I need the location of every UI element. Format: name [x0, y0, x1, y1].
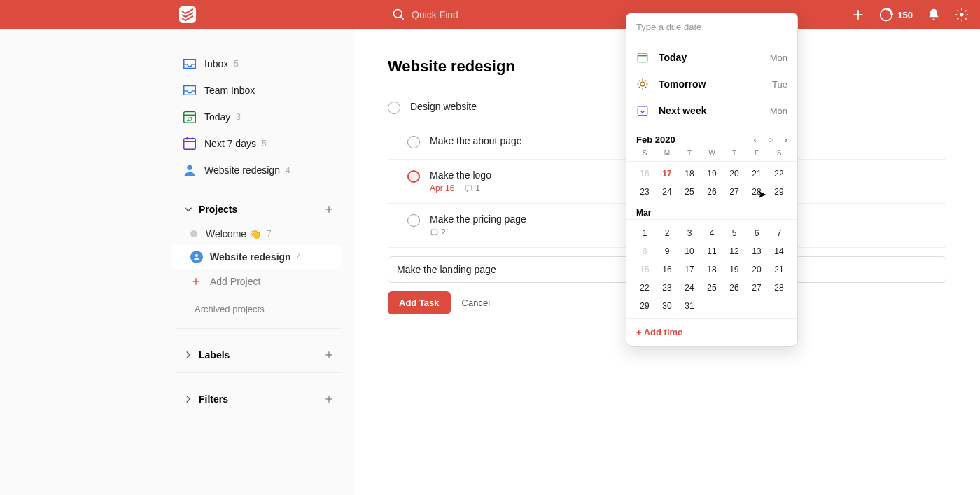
shortcut-tomorrow[interactable]: Tomorrow Tue	[626, 71, 797, 97]
calendar-day[interactable]: 28	[768, 279, 790, 297]
calendar-day[interactable]: 30	[656, 297, 678, 315]
svg-point-17	[195, 254, 198, 257]
today-icon: 17	[182, 109, 197, 125]
calendar-day[interactable]: 5	[723, 224, 746, 242]
calendar-day[interactable]: 11	[701, 242, 723, 260]
sidebar-item-team-inbox[interactable]: Team Inbox	[171, 77, 342, 104]
calendar-day[interactable]: 4	[701, 224, 723, 242]
calendar-day[interactable]: 16	[634, 165, 656, 183]
plus-icon	[190, 276, 202, 287]
search-input[interactable]: Quick Find	[392, 8, 458, 22]
karma-score[interactable]: 150	[879, 8, 913, 22]
calendar-day[interactable]: 21	[768, 260, 790, 279]
projects-header[interactable]: Projects	[171, 196, 354, 223]
archived-projects-link[interactable]: Archived projects	[171, 294, 354, 324]
calendar-day	[746, 297, 768, 315]
add-project-button[interactable]: Add Project	[171, 269, 354, 294]
calendar-day[interactable]: 20	[723, 165, 746, 183]
calendar-day[interactable]: 22	[634, 279, 656, 297]
sidebar-item-inbox[interactable]: Inbox 5	[171, 50, 342, 77]
calendar-day[interactable]: 31	[678, 297, 701, 315]
calendar-day[interactable]: 21	[746, 165, 768, 183]
calendar-day[interactable]: 19	[723, 260, 746, 279]
calendar-day[interactable]: 20	[746, 260, 768, 279]
project-dot	[190, 230, 197, 237]
svg-point-26	[640, 82, 645, 86]
calendar-day[interactable]: 27	[746, 279, 768, 297]
today-nav-button[interactable]: ○	[768, 134, 774, 145]
calendar-day[interactable]: 12	[723, 242, 746, 260]
calendar-day[interactable]: 14	[768, 242, 790, 260]
calendar-day[interactable]: 29	[634, 297, 656, 315]
add-time-button[interactable]: + Add time	[626, 318, 797, 346]
weekday-label: S	[634, 149, 656, 157]
labels-header[interactable]: Labels	[171, 342, 354, 368]
task-checkbox[interactable]	[407, 170, 420, 183]
calendar-day[interactable]: 15	[634, 260, 656, 279]
app-logo[interactable]	[179, 6, 196, 23]
shortcut-today[interactable]: Today Mon	[626, 44, 797, 71]
calendar-day[interactable]: 17	[678, 260, 701, 279]
calendar-day[interactable]: 3	[678, 224, 701, 242]
calendar-day[interactable]: 23	[656, 279, 678, 297]
shortcut-next-week[interactable]: Next week Mon	[626, 97, 797, 124]
calendar-day[interactable]: 6	[746, 224, 768, 242]
svg-line-32	[645, 87, 647, 88]
calendar-day[interactable]: 18	[678, 165, 701, 183]
calendar-day[interactable]: 16	[656, 260, 678, 279]
calendar-day[interactable]: 2	[656, 224, 678, 242]
add-task-button[interactable]: Add Task	[388, 291, 451, 314]
calendar-day[interactable]: 22	[768, 165, 790, 183]
calendar-day[interactable]: 26	[723, 279, 746, 297]
project-item-welcome[interactable]: Welcome 👋 7	[171, 223, 342, 245]
sidebar-item-today[interactable]: 17 Today 3	[171, 104, 342, 130]
comment-icon	[464, 184, 473, 193]
calendar-day[interactable]: 17	[656, 165, 678, 183]
next-month-button[interactable]: ›	[785, 134, 788, 145]
calendar-day[interactable]: 18	[701, 260, 723, 279]
calendar-day[interactable]: 23	[634, 183, 656, 201]
search-placeholder: Quick Find	[412, 9, 458, 20]
plus-icon[interactable]	[323, 204, 335, 215]
calendar-day[interactable]: 29	[768, 183, 790, 201]
calendar-day[interactable]: 13	[746, 242, 768, 260]
filters-header[interactable]: Filters	[171, 386, 354, 412]
calendar-day[interactable]: 7	[768, 224, 790, 242]
calendar-day[interactable]: 25	[678, 183, 701, 201]
calendar-day[interactable]: 24	[678, 279, 701, 297]
plus-icon[interactable]	[323, 393, 335, 405]
karma-icon	[879, 8, 893, 22]
calendar-day	[701, 297, 723, 315]
svg-rect-24	[638, 53, 648, 62]
prev-month-button[interactable]: ‹	[753, 134, 756, 145]
calendar-day[interactable]: 26	[701, 183, 723, 201]
sidebar-item-next7days[interactable]: Next 7 days 5	[171, 130, 342, 157]
month-label-mar: Mar	[626, 204, 797, 220]
sidebar-item-website-redesign-nav[interactable]: Website redesign 4	[171, 157, 342, 183]
calendar-day	[723, 297, 746, 315]
plus-icon[interactable]	[851, 8, 865, 22]
team-inbox-icon	[182, 83, 197, 98]
calendar-day[interactable]: 9	[656, 242, 678, 260]
inbox-icon	[182, 56, 197, 71]
calendar-day[interactable]: 27	[723, 183, 746, 201]
task-checkbox[interactable]	[388, 102, 400, 114]
plus-icon[interactable]	[323, 349, 335, 361]
calendar-day[interactable]: 24	[656, 183, 678, 201]
task-checkbox[interactable]	[407, 136, 420, 148]
task-comments[interactable]: 1	[464, 183, 480, 193]
svg-line-31	[639, 81, 640, 82]
calendar-day[interactable]: 19	[701, 165, 723, 183]
gear-icon[interactable]	[955, 8, 969, 22]
project-item-website-redesign[interactable]: Website redesign 4	[171, 245, 342, 269]
calendar-day[interactable]: 25	[701, 279, 723, 297]
bell-icon[interactable]	[927, 8, 941, 22]
task-title: Make the pricing page	[430, 214, 526, 225]
calendar-day[interactable]: 10	[678, 242, 701, 260]
calendar-day[interactable]: 8	[634, 242, 656, 260]
calendar-day[interactable]: 1	[634, 224, 656, 242]
cancel-button[interactable]: Cancel	[462, 298, 490, 308]
task-checkbox[interactable]	[407, 214, 420, 227]
due-date-input[interactable]: Type a due date	[626, 13, 797, 41]
task-comments[interactable]: 2	[430, 228, 446, 237]
